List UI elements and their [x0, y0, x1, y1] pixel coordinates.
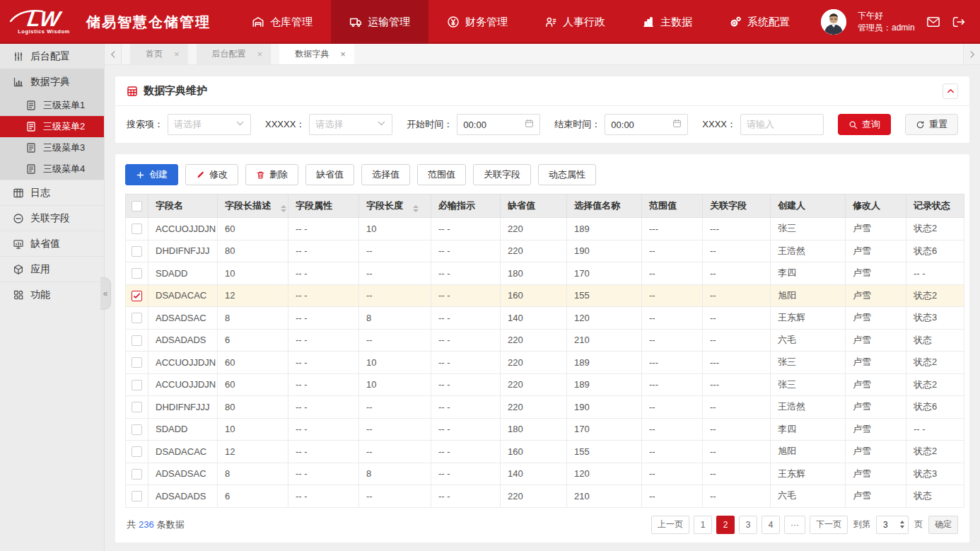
toolbar-button-7[interactable]: 动态属性 [538, 164, 596, 185]
page-button-3[interactable]: 3 [739, 516, 757, 534]
select-field[interactable]: 请选择 [309, 114, 392, 135]
tab-0[interactable]: 首页× [130, 44, 188, 64]
toolbar-button-1[interactable]: 修改 [185, 164, 238, 185]
nav-item-1[interactable]: 运输管理 [331, 0, 428, 44]
select-field[interactable]: 请选择 [168, 114, 251, 135]
toolbar-button-6[interactable]: 关联字段 [473, 164, 531, 185]
avatar[interactable] [821, 9, 846, 35]
table-cell: 210 [567, 485, 642, 508]
sort-icon[interactable] [281, 205, 286, 212]
calendar-icon [525, 119, 534, 130]
time-field[interactable]: 00:00 [457, 114, 540, 135]
sidebar-item-7[interactable]: 关联字段 [0, 205, 104, 231]
text-field[interactable]: 请输入 [740, 114, 824, 135]
sidebar-item-8[interactable]: 缺省值 [0, 231, 104, 256]
sidebar-item-5[interactable]: 三级菜单4 [0, 158, 104, 180]
table-row[interactable]: ADSADADS6-- ----- -220210----六毛卢雪状态 [126, 485, 964, 508]
table-row[interactable]: DHDIFNFJJJ80-- ----- -220190----王浩然卢雪状态6 [126, 396, 964, 419]
time-field[interactable]: 00:00 [605, 114, 688, 135]
sidebar-item-4[interactable]: 三级菜单3 [0, 137, 104, 158]
toolbar-button-4[interactable]: 选择值 [361, 164, 410, 185]
table-cell: -- - [431, 418, 501, 441]
row-checkbox[interactable] [132, 357, 142, 368]
table-row[interactable]: ACCUOJJDJN60-- -10-- -220189------张三卢雪状态… [126, 373, 964, 396]
table-cell: -- - [288, 373, 359, 396]
column-header-3[interactable]: 字段长度 [359, 195, 431, 218]
confirm-button[interactable]: 确定 [928, 516, 958, 534]
sidebar-collapse-handle[interactable]: « [100, 277, 111, 310]
table-row[interactable]: DSADACAC12-- ----- -160155----旭阳卢雪状态2 [126, 441, 964, 463]
table-cell: 王东辉 [771, 463, 846, 485]
table-row[interactable]: ADSADADS6-- ----- -220210----六毛卢雪状态 [126, 329, 964, 352]
toolbar-button-3[interactable]: 缺省值 [305, 164, 354, 185]
tab-close-icon[interactable]: × [340, 50, 346, 59]
tab-2[interactable]: 数据字典× [279, 44, 354, 64]
prev-page-button[interactable]: 上一页 [651, 516, 689, 534]
tabs-scroll-right[interactable] [963, 44, 980, 64]
table-cell: --- [703, 352, 771, 374]
row-checkbox[interactable] [132, 469, 142, 480]
page-button-4[interactable]: 4 [762, 516, 780, 534]
page-button-1[interactable]: 1 [694, 516, 712, 534]
table-row[interactable]: ACCUOJJDJN60-- -10-- -220189------张三卢雪状态… [126, 218, 964, 240]
tab-close-icon[interactable]: × [174, 50, 180, 59]
sidebar-item-9[interactable]: 应用 [0, 256, 104, 282]
tabs-scroll-left[interactable] [105, 44, 122, 64]
nav-item-5[interactable]: 系统配置 [711, 0, 808, 44]
table-cell: 状态2 [906, 284, 964, 307]
page-jump-input[interactable]: 3 [876, 516, 909, 534]
mail-icon[interactable] [926, 15, 940, 29]
spinner-icons[interactable] [900, 521, 904, 528]
row-checkbox[interactable] [132, 268, 142, 279]
toolbar-button-5[interactable]: 范围值 [417, 164, 466, 185]
row-checkbox[interactable] [132, 424, 142, 435]
page-button-···[interactable]: ··· [784, 516, 805, 534]
select-all-checkbox[interactable] [132, 201, 142, 211]
sidebar-item-2[interactable]: 三级菜单1 [0, 95, 104, 116]
toolbar-button-0[interactable]: 创建 [125, 164, 178, 185]
tab-close-icon[interactable]: × [257, 50, 263, 59]
nav-item-0[interactable]: 仓库管理 [233, 0, 331, 44]
nav-item-2[interactable]: 财务管理 [428, 0, 526, 44]
nav-item-4[interactable]: 主数据 [624, 0, 711, 44]
tab-1[interactable]: 后台配置× [197, 44, 272, 64]
table-row[interactable]: SDADD10-- ----- -180170----李四卢雪-- - [126, 262, 964, 285]
sidebar-item-1[interactable]: 数据字典 [0, 69, 104, 95]
table-cell: 80 [218, 396, 288, 419]
page-button-2[interactable]: 2 [716, 516, 735, 534]
reset-button[interactable]: 重置 [905, 114, 958, 135]
row-checkbox[interactable] [132, 380, 142, 390]
next-page-button[interactable]: 下一页 [810, 516, 848, 534]
row-checkbox[interactable] [132, 491, 142, 501]
table-row[interactable]: DHDIFNFJJJ80-- ----- -220190----王浩然卢雪状态6 [126, 240, 964, 262]
table-row[interactable]: SDADD10-- ----- -180170----李四卢雪-- - [126, 418, 964, 441]
doc-icon [25, 121, 37, 132]
column-header-1[interactable]: 字段长描述 [218, 195, 288, 218]
nav-item-3[interactable]: 人事行政 [526, 0, 624, 44]
grid-icon [13, 187, 24, 199]
table-row[interactable]: ADSADSAC8-- -8-- -140120----王东辉卢雪状态3 [126, 307, 964, 330]
logout-icon[interactable] [952, 15, 966, 29]
row-checkbox[interactable] [132, 313, 142, 323]
toolbar-button-2[interactable]: 删除 [245, 164, 298, 185]
row-checkbox[interactable] [132, 335, 142, 346]
sidebar-item-3[interactable]: 三级菜单2 [0, 116, 104, 137]
row-checkbox[interactable] [132, 246, 142, 257]
row-checkbox[interactable] [132, 291, 142, 301]
sidebar-item-6[interactable]: 日志 [0, 180, 104, 205]
table-cell: 170 [567, 418, 642, 441]
sort-icon[interactable] [413, 205, 419, 212]
table-row[interactable]: ACCUOJJDJN60-- -10-- -220189------张三卢雪状态… [126, 352, 964, 374]
table-panel: 创建修改删除缺省值选择值范围值关联字段动态属性 字段名字段长描述字段属性字段长度… [115, 154, 969, 543]
sidebar-item-0[interactable]: 后台配置 [0, 44, 104, 69]
query-button[interactable]: 查询 [838, 114, 891, 135]
table-cell: 180 [501, 418, 567, 441]
row-checkbox[interactable] [132, 224, 142, 234]
sidebar-item-10[interactable]: 功能 [0, 282, 104, 307]
table-row[interactable]: DSADACAC12-- ----- -160155----旭阳卢雪状态2 [126, 284, 964, 307]
row-checkbox[interactable] [132, 402, 142, 412]
table-row[interactable]: ADSADSAC8-- -8-- -140120----王东辉卢雪状态3 [126, 463, 964, 485]
collapse-search-button[interactable] [943, 83, 958, 99]
row-checkbox[interactable] [132, 446, 142, 457]
table-cell: 状态2 [906, 218, 964, 240]
